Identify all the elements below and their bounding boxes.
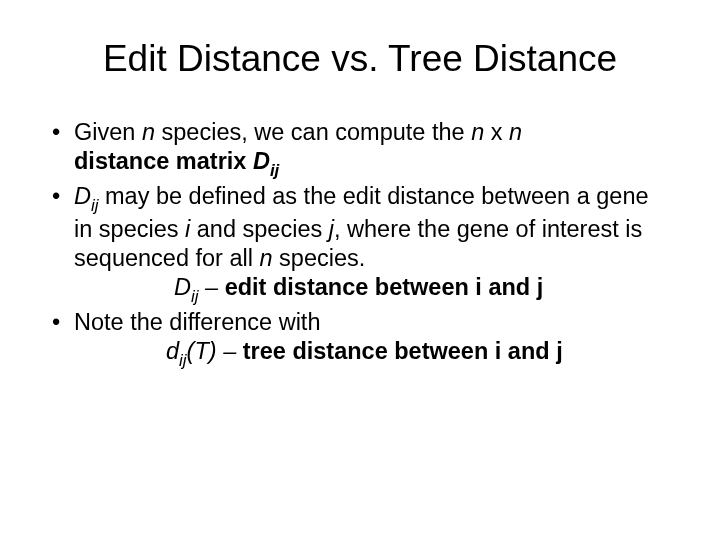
text-italic: D: [174, 274, 191, 300]
slide: Edit Distance vs. Tree Distance Given n …: [0, 0, 720, 540]
definition-line-2: dij(T) – tree distance between i and j: [74, 337, 670, 370]
bullet-1: Given n species, we can compute the n x …: [50, 118, 670, 180]
text-italic: d: [166, 338, 179, 364]
text: Given: [74, 119, 142, 145]
text: species.: [273, 245, 366, 271]
text: species, we can compute the: [155, 119, 471, 145]
bullet-2: Dij may be defined as the edit distance …: [50, 182, 670, 306]
bullet-3: Note the difference with dij(T) – tree d…: [50, 308, 670, 370]
text-bold: edit distance between i and j: [225, 274, 544, 300]
text-italic: D: [74, 183, 91, 209]
slide-body: Given n species, we can compute the n x …: [50, 118, 670, 370]
text-bold: distance matrix: [74, 148, 253, 174]
text-italic: n: [260, 245, 273, 271]
bullet-list: Given n species, we can compute the n x …: [50, 118, 670, 370]
subscript: ij: [179, 351, 187, 370]
text-italic: –: [223, 338, 243, 364]
text-italic: –: [199, 274, 225, 300]
text: and species: [190, 216, 328, 242]
text: Note the difference with: [74, 309, 320, 335]
text-italic: n: [471, 119, 484, 145]
text-italic: (T): [187, 338, 224, 364]
text-italic: n: [509, 119, 522, 145]
text-bold-italic: D: [253, 148, 270, 174]
slide-title: Edit Distance vs. Tree Distance: [50, 38, 670, 80]
text-bold: tree distance between i and j: [243, 338, 563, 364]
text: x: [484, 119, 509, 145]
subscript: ij: [270, 161, 279, 180]
subscript: ij: [191, 287, 199, 306]
definition-line-1: Dij – edit distance between i and j: [74, 273, 670, 306]
subscript: ij: [91, 196, 99, 215]
text-italic: n: [142, 119, 155, 145]
